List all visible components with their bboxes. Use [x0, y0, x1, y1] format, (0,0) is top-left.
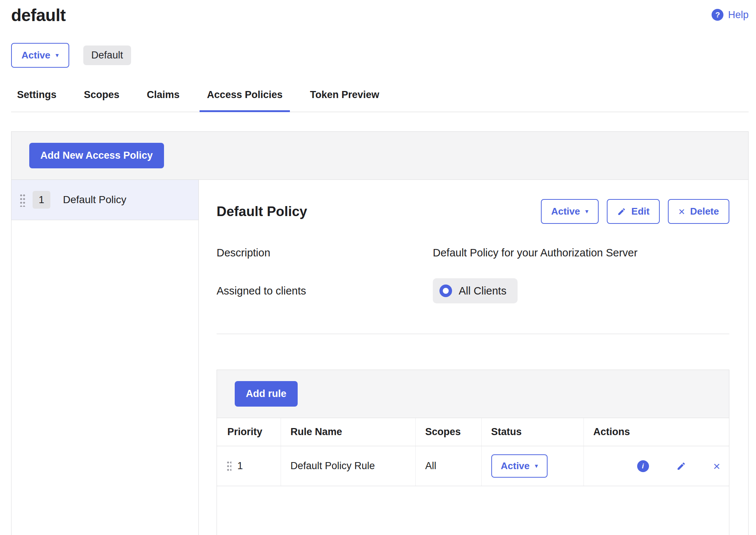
close-icon: × [678, 206, 685, 217]
detail-actions: Active ▾ Edit × Delete [541, 199, 729, 224]
add-access-policy-button[interactable]: Add New Access Policy [29, 143, 164, 168]
add-rule-button[interactable]: Add rule [235, 381, 298, 407]
policy-list: 1 Default Policy [11, 180, 199, 535]
radio-selected-icon [439, 285, 452, 297]
default-badge: Default [83, 46, 131, 65]
column-header-scopes: Scopes [415, 418, 481, 446]
tab-scopes[interactable]: Scopes [77, 89, 127, 112]
rule-status-label: Active [501, 460, 530, 472]
delete-policy-button[interactable]: × Delete [668, 199, 729, 224]
access-policies-panel: Add New Access Policy 1 Default Policy D… [11, 131, 749, 535]
rule-priority-cell: 1 [227, 460, 277, 472]
description-value: Default Policy for your Authorization Se… [433, 247, 638, 259]
policy-name: Default Policy [63, 194, 126, 206]
delete-rule-icon[interactable]: × [713, 460, 720, 472]
rule-status-dropdown[interactable]: Active ▾ [491, 454, 548, 478]
policy-detail: Default Policy Active ▾ Edit [199, 180, 748, 535]
help-link[interactable]: ? Help [712, 9, 749, 21]
edit-icon [617, 207, 626, 216]
chevron-down-icon: ▾ [535, 463, 538, 469]
topbar: default ? Help [11, 5, 749, 25]
tab-access-policies[interactable]: Access Policies [200, 89, 290, 112]
column-header-actions: Actions [583, 418, 729, 446]
tab-settings[interactable]: Settings [11, 89, 64, 112]
page: default ? Help Active ▾ Default Settings… [0, 0, 756, 535]
rules-header: Add rule [217, 370, 729, 418]
description-label: Description [217, 247, 433, 259]
rules-footer [217, 486, 729, 535]
tab-bar: Settings Scopes Claims Access Policies T… [11, 89, 749, 112]
edit-button-label: Edit [631, 206, 649, 217]
rules-table: Priority Rule Name Scopes Status Actions [217, 418, 729, 486]
drag-handle-icon[interactable] [227, 460, 231, 472]
all-clients-pill: All Clients [433, 278, 518, 303]
server-status-dropdown[interactable]: Active ▾ [11, 43, 69, 68]
delete-button-label: Delete [690, 206, 719, 217]
chevron-down-icon: ▾ [56, 52, 59, 58]
rules-table-header-row: Priority Rule Name Scopes Status Actions [217, 418, 729, 446]
description-row: Description Default Policy for your Auth… [217, 247, 729, 259]
help-label: Help [728, 9, 749, 21]
status-row: Active ▾ Default [11, 43, 749, 68]
info-icon[interactable]: i [637, 460, 649, 472]
column-header-rule-name: Rule Name [281, 418, 415, 446]
drag-handle-icon[interactable] [20, 193, 25, 207]
rules-section: Add rule Priority Rule Name Scopes Statu… [217, 370, 729, 535]
rule-actions-cell: i × [593, 460, 726, 472]
column-header-status: Status [481, 418, 583, 446]
policy-status-dropdown[interactable]: Active ▾ [541, 199, 599, 224]
rule-priority: 1 [237, 460, 243, 472]
panel-header: Add New Access Policy [11, 132, 748, 180]
policy-list-item[interactable]: 1 Default Policy [11, 180, 198, 220]
rule-table-row: 1 Default Policy Rule All Active ▾ [217, 446, 729, 486]
help-icon: ? [712, 9, 723, 21]
detail-header: Default Policy Active ▾ Edit [217, 199, 729, 224]
edit-icon[interactable] [676, 461, 686, 471]
policy-detail-title: Default Policy [217, 204, 307, 219]
policy-priority: 1 [33, 191, 50, 209]
tab-token-preview[interactable]: Token Preview [302, 89, 387, 112]
tab-claims[interactable]: Claims [140, 89, 187, 112]
section-divider [217, 334, 729, 334]
rule-name: Default Policy Rule [281, 446, 415, 486]
page-title: default [11, 5, 66, 25]
assigned-clients-row: Assigned to clients All Clients [217, 278, 729, 303]
panel-body: 1 Default Policy Default Policy Active ▾ [11, 180, 748, 535]
column-header-priority: Priority [217, 418, 281, 446]
policy-status-label: Active [551, 206, 580, 217]
all-clients-label: All Clients [459, 285, 506, 297]
server-status-label: Active [21, 50, 50, 61]
assigned-clients-label: Assigned to clients [217, 285, 433, 297]
rule-scopes: All [415, 446, 481, 486]
chevron-down-icon: ▾ [585, 208, 589, 215]
edit-policy-button[interactable]: Edit [607, 199, 660, 224]
